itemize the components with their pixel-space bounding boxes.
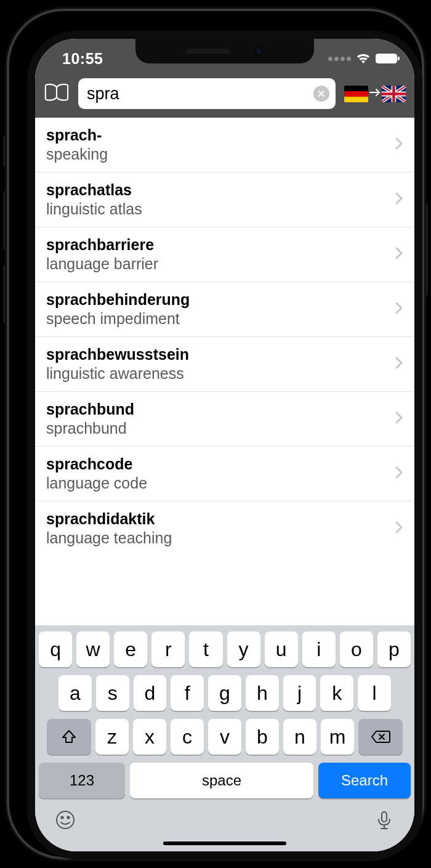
key-x[interactable]: x (133, 719, 166, 755)
result-row[interactable]: sprachbehinderungspeech impediment (35, 282, 414, 337)
key-d[interactable]: d (134, 675, 167, 711)
result-translation: speech impediment (46, 310, 190, 328)
svg-point-3 (67, 816, 69, 818)
flag-german-icon (344, 86, 368, 102)
chevron-right-icon (395, 192, 403, 208)
result-translation: linguistic awareness (46, 365, 189, 383)
chevron-right-icon (395, 521, 403, 537)
key-z[interactable]: z (95, 719, 129, 755)
result-translation: speaking (46, 145, 108, 163)
svg-point-2 (61, 816, 63, 818)
key-g[interactable]: g (208, 675, 241, 711)
search-input[interactable]: spra (78, 78, 336, 109)
svg-rect-4 (382, 812, 387, 822)
chevron-right-icon (395, 356, 403, 372)
key-h[interactable]: h (246, 675, 279, 711)
wifi-icon (356, 53, 371, 64)
result-term: sprachcode (46, 455, 147, 473)
key-l[interactable]: l (358, 675, 391, 711)
key-b[interactable]: b (246, 719, 279, 755)
key-r[interactable]: r (151, 631, 185, 667)
phone-volume-up (4, 191, 9, 249)
key-c[interactable]: c (171, 719, 204, 755)
cellular-signal-icon (328, 57, 351, 61)
key-v[interactable]: v (208, 719, 241, 755)
keyboard: qwertyuiop asdfghjkl zxcvbnm (35, 625, 414, 851)
home-indicator[interactable] (163, 842, 286, 845)
result-term: sprachbarriere (46, 236, 158, 254)
result-translation: language barrier (46, 255, 158, 273)
result-translation: sprachbund (46, 420, 134, 437)
result-term: sprach- (46, 126, 108, 144)
language-direction-toggle[interactable] (344, 86, 406, 102)
key-n[interactable]: n (283, 719, 316, 755)
toolbar: spra (35, 75, 414, 118)
key-w[interactable]: w (76, 631, 110, 667)
chevron-right-icon (395, 137, 403, 153)
key-j[interactable]: j (283, 675, 316, 711)
chevron-right-icon (395, 301, 403, 317)
phone-frame: 10:55 (9, 11, 422, 857)
result-row[interactable]: sprachcodelanguage code (35, 447, 414, 501)
flag-uk-icon (382, 86, 406, 102)
emoji-key[interactable] (55, 809, 76, 833)
phone-side-button (422, 203, 427, 296)
result-row[interactable]: sprachdidaktiklanguage teaching (35, 501, 414, 556)
shift-key[interactable] (47, 719, 91, 755)
dictionary-icon[interactable] (44, 83, 70, 105)
key-s[interactable]: s (96, 675, 129, 711)
result-term: sprachbund (46, 400, 134, 418)
key-e[interactable]: e (114, 631, 147, 667)
arrow-right-icon (369, 88, 381, 99)
key-y[interactable]: y (227, 631, 260, 667)
result-row[interactable]: sprach-speaking (35, 118, 414, 172)
key-f[interactable]: f (171, 675, 204, 711)
key-i[interactable]: i (302, 631, 336, 667)
key-m[interactable]: m (321, 719, 354, 755)
search-value: spra (87, 84, 313, 103)
status-time: 10:55 (50, 50, 103, 68)
phone-mute-switch (4, 136, 9, 166)
key-q[interactable]: q (39, 631, 72, 667)
key-a[interactable]: a (58, 675, 92, 711)
phone-volume-down (4, 265, 9, 323)
phone-notch (135, 39, 314, 63)
result-term: sprachbehinderung (46, 291, 190, 309)
result-row[interactable]: sprachbewusstseinlinguistic awareness (35, 337, 414, 392)
result-translation: linguistic atlas (46, 200, 142, 218)
search-key[interactable]: Search (318, 763, 411, 798)
clear-search-button[interactable] (313, 86, 329, 102)
result-row[interactable]: sprachatlaslinguistic atlas (35, 172, 414, 227)
backspace-key[interactable] (358, 719, 403, 755)
result-term: sprachatlas (46, 181, 142, 199)
chevron-right-icon (395, 411, 403, 427)
dictation-key[interactable] (374, 809, 395, 833)
result-term: sprachdidaktik (46, 510, 172, 528)
key-k[interactable]: k (320, 675, 353, 711)
results-list[interactable]: sprach-speakingsprachatlaslinguistic atl… (35, 118, 414, 625)
key-u[interactable]: u (265, 631, 298, 667)
result-term: sprachbewusstsein (46, 346, 189, 363)
space-key[interactable]: space (130, 763, 313, 798)
battery-icon (376, 54, 397, 63)
chevron-right-icon (395, 466, 403, 482)
key-o[interactable]: o (340, 631, 373, 667)
result-row[interactable]: sprachbarrierelanguage barrier (35, 227, 414, 282)
result-translation: language teaching (46, 529, 172, 547)
key-p[interactable]: p (377, 631, 411, 667)
chevron-right-icon (395, 246, 403, 262)
numbers-key[interactable]: 123 (39, 763, 125, 798)
key-t[interactable]: t (189, 631, 222, 667)
result-row[interactable]: sprachbundsprachbund (35, 392, 414, 447)
result-translation: language code (46, 474, 147, 492)
svg-point-1 (57, 811, 74, 829)
